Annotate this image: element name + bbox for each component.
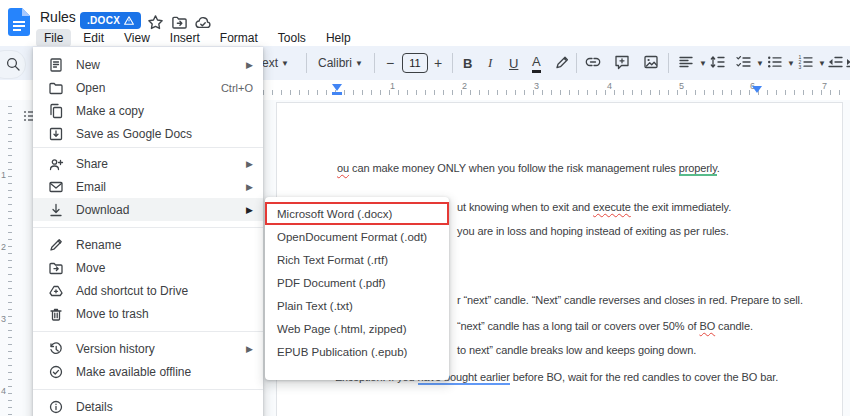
menu-item-move[interactable]: Move: [33, 256, 263, 279]
toolbar-separator: [452, 53, 453, 73]
menu-item-email[interactable]: Email ▶: [33, 175, 263, 198]
align-left-icon[interactable]: [677, 53, 695, 71]
new-document-icon: [48, 57, 64, 73]
ruler-number: 2: [462, 81, 467, 91]
menu-divider: [33, 147, 263, 148]
menu-item-rich-text-rtf[interactable]: Rich Text Format (.rtf): [265, 248, 449, 271]
first-line-indent-marker[interactable]: [332, 84, 342, 91]
chevron-down-icon: ▼: [355, 59, 363, 68]
menu-edit[interactable]: Edit: [75, 29, 112, 47]
menu-item-new[interactable]: New ▶: [33, 53, 263, 76]
menu-insert[interactable]: Insert: [162, 29, 208, 47]
menu-item-move-to-trash[interactable]: Move to trash: [33, 302, 263, 325]
menu-divider: [33, 227, 263, 228]
menu-help[interactable]: Help: [318, 29, 359, 47]
chevron-down-icon: ▼: [281, 59, 289, 68]
ruler-number: 3: [534, 81, 539, 91]
menu-file[interactable]: File: [36, 29, 71, 47]
document-text-line[interactable]: to next” candle breaks low and keeps goi…: [457, 344, 696, 356]
menu-item-make-a-copy[interactable]: Make a copy: [33, 99, 263, 122]
copy-icon: [48, 103, 64, 119]
ruler-number: 1: [390, 81, 395, 91]
underline-button[interactable]: U: [509, 52, 518, 74]
document-text-line[interactable]: ou can make money ONLY when you follow t…: [337, 162, 720, 174]
share-person-icon: [48, 156, 64, 172]
menu-item-plain-text-txt[interactable]: Plain Text (.txt): [265, 294, 449, 317]
bulleted-list-icon[interactable]: [765, 53, 783, 71]
move-folder-icon: [48, 260, 64, 276]
drive-shortcut-icon: [48, 283, 64, 299]
menu-item-details[interactable]: Details: [33, 395, 263, 416]
ruler-number: 3: [1, 314, 6, 324]
line-spacing-icon[interactable]: [708, 53, 726, 71]
toolbar-separator: [576, 53, 577, 73]
menu-item-web-page-html-zipped[interactable]: Web Page (.html, zipped): [265, 317, 449, 340]
chevron-down-icon[interactable]: ▼: [699, 52, 707, 74]
menu-item-open[interactable]: Open Ctrl+O: [33, 76, 263, 99]
email-icon: [48, 179, 64, 195]
add-comment-icon[interactable]: [613, 53, 631, 71]
toolbar-separator: [306, 53, 307, 73]
menu-tools[interactable]: Tools: [270, 29, 314, 47]
font-dropdown[interactable]: Calibri▼: [318, 52, 363, 74]
insert-link-icon[interactable]: [584, 53, 602, 71]
chevron-down-icon[interactable]: ▼: [787, 52, 795, 74]
document-title[interactable]: Rules: [40, 9, 76, 25]
google-docs-logo-icon[interactable]: [8, 8, 30, 36]
chevron-down-icon[interactable]: ▼: [756, 52, 764, 74]
toolbar-separator: [374, 53, 375, 73]
submenu-arrow-icon: ▶: [246, 159, 253, 169]
file-menu: New ▶ Open Ctrl+O Make a copy Save as Go…: [33, 47, 263, 416]
menu-item-microsoft-word-docx[interactable]: Microsoft Word (.docx): [265, 202, 449, 225]
submenu-arrow-icon: ▶: [246, 60, 253, 70]
chevron-down-icon[interactable]: ▼: [818, 52, 826, 74]
increase-font-size-button[interactable]: +: [434, 52, 442, 74]
font-size-input[interactable]: 11: [402, 53, 428, 73]
paragraph-style-dropdown[interactable]: ext▼: [262, 52, 289, 74]
menu-view[interactable]: View: [116, 29, 158, 47]
decrease-indent-icon[interactable]: [826, 53, 844, 71]
menu-format[interactable]: Format: [212, 29, 266, 47]
italic-button[interactable]: I: [488, 52, 492, 74]
insert-image-icon[interactable]: [642, 53, 660, 71]
menu-item-save-as-google-docs[interactable]: Save as Google Docs: [33, 122, 263, 145]
text-color-button[interactable]: A: [532, 53, 541, 73]
increase-indent-icon[interactable]: [844, 53, 850, 71]
numbered-list-icon[interactable]: 123: [796, 53, 814, 71]
warning-triangle-icon: [124, 16, 134, 25]
menu-item-make-available-offline[interactable]: Make available offline: [33, 360, 263, 383]
details-info-icon: [48, 399, 64, 415]
menu-item-rename[interactable]: Rename: [33, 233, 263, 256]
left-indent-marker[interactable]: [332, 92, 342, 95]
menu-item-version-history[interactable]: Version history ▶: [33, 337, 263, 360]
vertical-ruler[interactable]: [8, 106, 12, 416]
document-text-line[interactable]: r “next” candle. “Next” candle reverses …: [457, 294, 803, 306]
checklist-icon[interactable]: [734, 53, 752, 71]
menu-item-download[interactable]: Download ▶: [33, 198, 263, 221]
menu-divider: [33, 389, 263, 390]
menu-item-share[interactable]: Share ▶: [33, 152, 263, 175]
document-text-line[interactable]: you are in loss and hoping instead of ex…: [457, 225, 729, 237]
submenu-arrow-icon: ▶: [246, 205, 253, 215]
menu-item-opendocument-odt[interactable]: OpenDocument Format (.odt): [265, 225, 449, 248]
download-submenu: Microsoft Word (.docx) OpenDocument Form…: [265, 197, 449, 380]
download-icon: [48, 202, 64, 218]
right-indent-marker[interactable]: [752, 86, 762, 93]
offline-check-icon: [48, 364, 64, 380]
svg-text:3: 3: [799, 64, 802, 70]
ruler-number: 2: [1, 242, 6, 252]
version-history-icon: [48, 341, 64, 357]
menu-item-pdf-document[interactable]: PDF Document (.pdf): [265, 271, 449, 294]
decrease-font-size-button[interactable]: −: [386, 52, 394, 74]
bold-button[interactable]: B: [463, 52, 472, 74]
document-text-line[interactable]: “next” candle has a long tail or covers …: [457, 320, 753, 332]
menu-item-add-shortcut-to-drive[interactable]: Add shortcut to Drive: [33, 279, 263, 302]
menu-item-epub-publication[interactable]: EPUB Publication (.epub): [265, 340, 449, 363]
document-text-line[interactable]: ut knowing when to exit and execute the …: [457, 201, 731, 213]
save-google-docs-icon: [48, 126, 64, 142]
folder-open-icon: [48, 80, 64, 96]
shortcut-label: Ctrl+O: [221, 82, 253, 94]
ruler-number: 4: [607, 81, 612, 91]
highlight-color-button[interactable]: [553, 53, 571, 71]
ruler-number: 4: [1, 386, 6, 396]
